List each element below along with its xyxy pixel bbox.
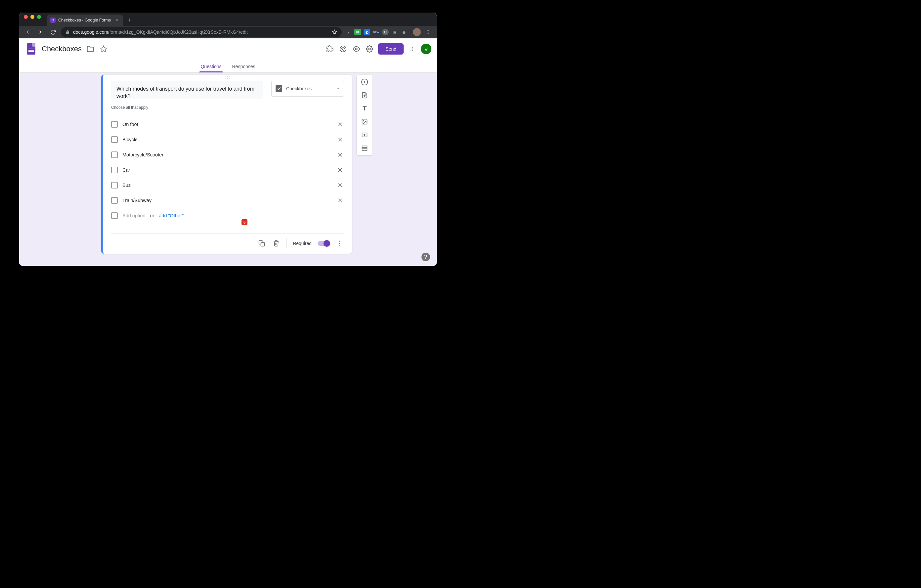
required-toggle[interactable] (317, 241, 329, 246)
send-button[interactable]: Send (378, 43, 404, 55)
add-other-button[interactable]: add "Other" (159, 213, 184, 218)
option-label[interactable]: Bicycle (122, 137, 332, 142)
svg-point-14 (342, 48, 342, 49)
browser-titlebar: Checkboxes - Google Forms + (19, 13, 437, 26)
add-image-button[interactable] (360, 117, 369, 126)
drag-handle-icon[interactable] (103, 75, 352, 81)
move-to-folder-button[interactable] (86, 44, 95, 54)
svg-point-17 (356, 48, 358, 50)
options-list: On foot Bicycle Motorcycle/Scooter Car (103, 114, 352, 223)
tab-questions[interactable]: Questions (199, 64, 223, 72)
svg-point-20 (412, 49, 413, 50)
browser-tab-active[interactable]: Checkboxes - Google Forms (47, 15, 123, 26)
svg-point-10 (428, 32, 429, 33)
ext-new-icon[interactable]: NEW (373, 29, 379, 36)
ext-u-icon[interactable]: U (382, 29, 389, 36)
add-option-input[interactable]: Add option (122, 213, 145, 218)
ext-mail-icon[interactable]: ✉ (354, 29, 361, 36)
question-type-label: Checkboxes (286, 86, 312, 91)
chevron-down-icon (337, 87, 340, 90)
option-row: Train/Subway (111, 193, 344, 208)
remove-option-button[interactable] (336, 166, 344, 174)
option-row: Motorcycle/Scooter (111, 147, 344, 162)
forward-button[interactable] (36, 28, 45, 37)
checkbox-icon (111, 136, 118, 143)
option-label[interactable]: Motorcycle/Scooter (122, 152, 332, 158)
svg-rect-3 (53, 20, 54, 21)
ext-chat-icon[interactable]: ▣ (391, 29, 398, 36)
window-close-button[interactable] (24, 15, 28, 19)
form-canvas: Checkboxes Choose all that apply On foot… (19, 73, 437, 266)
tab-close-button[interactable] (114, 18, 120, 23)
back-button[interactable] (23, 28, 33, 37)
app-header: Checkboxes Send V (19, 38, 437, 60)
remove-option-button[interactable] (336, 120, 344, 128)
checkbox-icon (111, 197, 118, 204)
ext-drive-icon[interactable]: ▲ (345, 29, 351, 36)
svg-rect-1 (53, 19, 54, 19)
browser-menu-button[interactable] (423, 28, 433, 37)
svg-rect-47 (362, 146, 367, 148)
checkbox-icon (111, 182, 118, 188)
add-title-button[interactable]: T (360, 104, 369, 113)
option-label[interactable]: Bus (122, 182, 332, 188)
option-row: On foot (111, 117, 344, 132)
remove-option-button[interactable] (336, 181, 344, 189)
user-avatar[interactable]: V (421, 44, 431, 54)
document-title[interactable]: Checkboxes (42, 45, 82, 53)
question-card[interactable]: Checkboxes Choose all that apply On foot… (101, 75, 352, 253)
window-controls (23, 13, 41, 26)
question-footer: Required (111, 233, 344, 250)
window-minimize-button[interactable] (31, 15, 34, 19)
url-domain: docs.google.com/forms/d/1zg_OKgkfiAQa4td… (73, 29, 248, 35)
help-button[interactable]: ? (421, 253, 430, 261)
option-label[interactable]: Train/Subway (122, 198, 332, 203)
option-label[interactable]: Car (122, 167, 332, 173)
forms-logo-icon[interactable] (24, 42, 38, 55)
import-questions-button[interactable] (360, 91, 369, 100)
svg-marker-22 (337, 88, 339, 89)
ext-record-icon[interactable]: ◉ (400, 29, 407, 36)
new-tab-button[interactable]: + (125, 16, 134, 25)
bookmark-star-icon[interactable] (332, 29, 337, 35)
checkbox-icon (111, 121, 118, 128)
question-description[interactable]: Choose all that apply (103, 104, 352, 114)
svg-rect-2 (52, 20, 52, 21)
question-type-select[interactable]: Checkboxes (271, 81, 344, 97)
svg-point-36 (339, 241, 340, 242)
window-maximize-button[interactable] (37, 15, 41, 19)
lock-icon (65, 30, 70, 34)
remove-option-button[interactable] (336, 136, 344, 143)
svg-point-16 (344, 48, 345, 49)
add-question-button[interactable] (360, 77, 369, 87)
svg-point-19 (412, 47, 413, 48)
url-input[interactable]: docs.google.com/forms/d/1zg_OKgkfiAQa4td… (61, 27, 342, 37)
remove-option-button[interactable] (336, 197, 344, 205)
browser-tab-title: Checkboxes - Google Forms (58, 18, 112, 23)
add-section-button[interactable] (360, 143, 369, 153)
divider (286, 239, 287, 249)
star-button[interactable] (99, 44, 108, 54)
svg-marker-46 (364, 134, 365, 136)
checkbox-type-icon (275, 85, 282, 92)
add-video-button[interactable] (360, 130, 369, 140)
addons-button[interactable] (325, 44, 334, 54)
delete-button[interactable] (272, 239, 280, 248)
checkbox-icon (111, 212, 118, 219)
add-option-row: Add option or add "Other" (111, 208, 344, 223)
customize-theme-button[interactable] (338, 44, 348, 54)
settings-button[interactable] (365, 44, 374, 54)
tab-responses[interactable]: Responses (231, 64, 257, 72)
more-button[interactable] (408, 44, 417, 54)
svg-point-37 (339, 243, 340, 244)
reload-button[interactable] (48, 28, 57, 37)
or-label: or (150, 213, 154, 218)
duplicate-button[interactable] (257, 239, 266, 248)
ext-circle-icon[interactable]: ◐ (364, 29, 370, 36)
browser-profile-avatar[interactable] (413, 28, 421, 36)
remove-option-button[interactable] (336, 151, 344, 159)
preview-button[interactable] (351, 44, 361, 54)
question-text-input[interactable] (111, 81, 263, 99)
option-label[interactable]: On foot (122, 122, 332, 127)
question-more-button[interactable] (335, 239, 344, 248)
